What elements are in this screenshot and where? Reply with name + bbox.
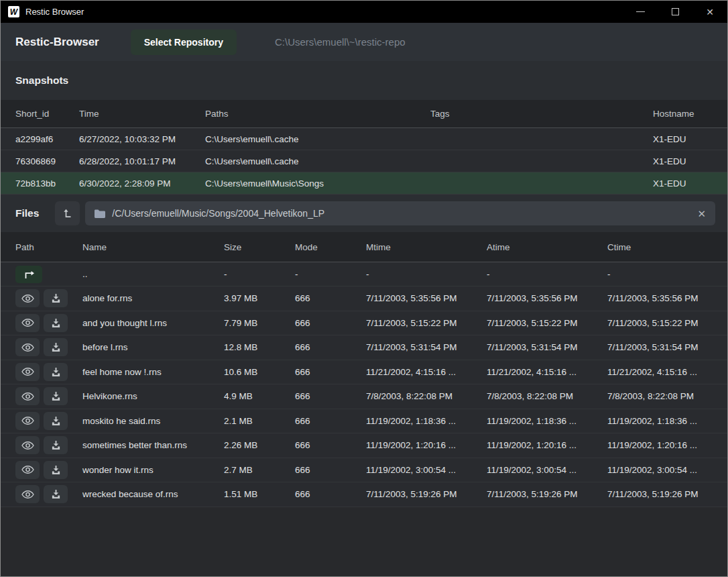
column-header-hostname: Hostname bbox=[653, 109, 713, 119]
file-mtime: 7/11/2003, 5:19:26 PM bbox=[366, 489, 487, 499]
page-title: Restic-Browser bbox=[15, 36, 99, 49]
parent-row-size: - bbox=[224, 269, 295, 279]
snapshot-paths: C:\Users\emuell\.cache bbox=[205, 156, 430, 166]
snapshots-title: Snapshots bbox=[15, 74, 68, 87]
download-file-button[interactable] bbox=[44, 363, 68, 381]
maximize-button[interactable] bbox=[658, 1, 692, 23]
file-mode: 666 bbox=[295, 416, 366, 426]
go-up-arrow-icon bbox=[23, 270, 35, 279]
view-file-button[interactable] bbox=[15, 338, 40, 356]
column-header-time: Time bbox=[79, 109, 205, 119]
download-file-button[interactable] bbox=[44, 289, 68, 307]
files-table-header: Path Name Size Mode Mtime Atime Ctime bbox=[1, 232, 727, 262]
view-file-button[interactable] bbox=[15, 412, 40, 430]
file-name: wonder how it.rns bbox=[82, 465, 224, 475]
view-file-button[interactable] bbox=[15, 289, 40, 307]
column-header-size: Size bbox=[224, 242, 295, 252]
view-file-button[interactable] bbox=[15, 461, 40, 479]
download-file-button[interactable] bbox=[44, 314, 68, 332]
download-icon bbox=[51, 465, 61, 475]
eye-icon bbox=[21, 490, 34, 499]
app-icon-letter: W bbox=[10, 7, 17, 17]
column-header-path: Path bbox=[15, 242, 82, 252]
window-controls: ✕ bbox=[623, 1, 727, 23]
file-mode: 666 bbox=[295, 391, 366, 401]
file-atime: 7/11/2003, 5:35:56 PM bbox=[487, 293, 607, 303]
file-size: 7.79 MB bbox=[224, 318, 295, 328]
file-row-actions bbox=[15, 363, 82, 381]
column-header-name: Name bbox=[82, 242, 224, 252]
eye-icon bbox=[21, 343, 34, 352]
parent-directory-button[interactable] bbox=[15, 266, 42, 283]
minimize-icon bbox=[636, 11, 645, 12]
file-mtime: 7/11/2003, 5:31:54 PM bbox=[366, 342, 487, 352]
download-file-button[interactable] bbox=[44, 338, 68, 356]
file-ctime: 11/19/2002, 1:18:36 ... bbox=[607, 416, 713, 426]
eye-icon bbox=[21, 392, 34, 401]
current-path-field[interactable]: /C/Users/emuell/Music/Songs/2004_Helveti… bbox=[85, 201, 715, 225]
folder-icon bbox=[95, 209, 105, 218]
eye-icon bbox=[21, 367, 34, 376]
view-file-button[interactable] bbox=[15, 387, 40, 405]
download-file-button[interactable] bbox=[44, 485, 68, 503]
file-name: moskito he said.rns bbox=[82, 416, 224, 426]
eye-icon bbox=[21, 294, 34, 303]
snapshot-short-id: 76306869 bbox=[15, 156, 79, 166]
file-atime: 11/19/2002, 1:20:16 ... bbox=[487, 440, 607, 450]
repository-path: C:\Users\emuell\~\restic-repo bbox=[275, 36, 406, 48]
eye-icon bbox=[21, 318, 34, 327]
file-name: sometimes better than.rns bbox=[82, 440, 224, 450]
file-atime: 11/19/2002, 3:00:54 ... bbox=[487, 465, 607, 475]
download-file-button[interactable] bbox=[44, 387, 68, 405]
view-file-button[interactable] bbox=[15, 436, 40, 454]
file-row: wonder how it.rns2.7 MB66611/19/2002, 3:… bbox=[1, 458, 727, 483]
file-mode: 666 bbox=[295, 489, 366, 499]
file-name: wrecked because of.rns bbox=[82, 489, 224, 499]
snapshot-row[interactable]: 72b813bb6/30/2022, 2:28:09 PMC:\Users\em… bbox=[1, 172, 727, 195]
file-row: sometimes better than.rns2.26 MB66611/19… bbox=[1, 433, 727, 458]
view-file-button[interactable] bbox=[15, 485, 40, 503]
app-header: Restic-Browser Select Repository C:\User… bbox=[1, 23, 727, 61]
snapshot-row[interactable]: 763068696/28/2022, 10:01:17 PMC:\Users\e… bbox=[1, 150, 727, 172]
column-header-tags: Tags bbox=[430, 109, 653, 119]
file-name: alone for.rns bbox=[82, 293, 224, 303]
eye-icon bbox=[21, 441, 34, 450]
files-toolbar: Files /C/Users/emuell/Music/Songs/2004_H… bbox=[1, 195, 727, 232]
download-file-button[interactable] bbox=[44, 436, 68, 454]
file-ctime: 11/19/2002, 3:00:54 ... bbox=[607, 465, 713, 475]
file-mtime: 7/11/2003, 5:15:22 PM bbox=[366, 318, 487, 328]
snapshot-time: 6/30/2022, 2:28:09 PM bbox=[79, 178, 205, 189]
minimize-button[interactable] bbox=[623, 1, 658, 23]
file-atime: 11/19/2002, 1:18:36 ... bbox=[487, 416, 607, 426]
level-up-button[interactable] bbox=[55, 201, 80, 225]
download-file-button[interactable] bbox=[44, 461, 68, 479]
column-header-paths: Paths bbox=[205, 109, 430, 119]
file-row: wrecked because of.rns1.51 MB6667/11/200… bbox=[1, 482, 727, 507]
file-row-actions bbox=[15, 436, 82, 454]
download-file-button[interactable] bbox=[44, 412, 68, 430]
file-mtime: 11/19/2002, 1:18:36 ... bbox=[366, 416, 487, 426]
file-row-actions bbox=[15, 338, 82, 356]
level-up-icon bbox=[62, 208, 73, 219]
select-repository-button[interactable]: Select Repository bbox=[131, 30, 237, 55]
parent-directory-row: ..----- bbox=[1, 262, 727, 286]
file-size: 3.97 MB bbox=[224, 293, 295, 303]
clear-path-button[interactable]: ✕ bbox=[697, 209, 706, 219]
column-header-mtime: Mtime bbox=[366, 242, 487, 252]
close-button[interactable]: ✕ bbox=[692, 1, 727, 23]
close-icon: ✕ bbox=[706, 7, 714, 17]
file-row: before l.rns12.8 MB6667/11/2003, 5:31:54… bbox=[1, 335, 727, 360]
view-file-button[interactable] bbox=[15, 314, 40, 332]
download-icon bbox=[51, 342, 61, 352]
file-atime: 7/11/2003, 5:31:54 PM bbox=[487, 342, 607, 352]
snapshots-table-body: a2299af66/27/2022, 10:03:32 PMC:\Users\e… bbox=[1, 128, 727, 195]
file-name: and you thought l.rns bbox=[82, 318, 224, 328]
view-file-button[interactable] bbox=[15, 363, 40, 381]
snapshot-row[interactable]: a2299af66/27/2022, 10:03:32 PMC:\Users\e… bbox=[1, 128, 727, 150]
file-size: 1.51 MB bbox=[224, 489, 295, 499]
file-row-actions bbox=[15, 387, 82, 405]
file-row-actions bbox=[15, 412, 82, 430]
file-mtime: 7/11/2003, 5:35:56 PM bbox=[366, 293, 487, 303]
file-row-actions bbox=[15, 289, 82, 307]
snapshot-paths: C:\Users\emuell\.cache bbox=[205, 134, 430, 144]
